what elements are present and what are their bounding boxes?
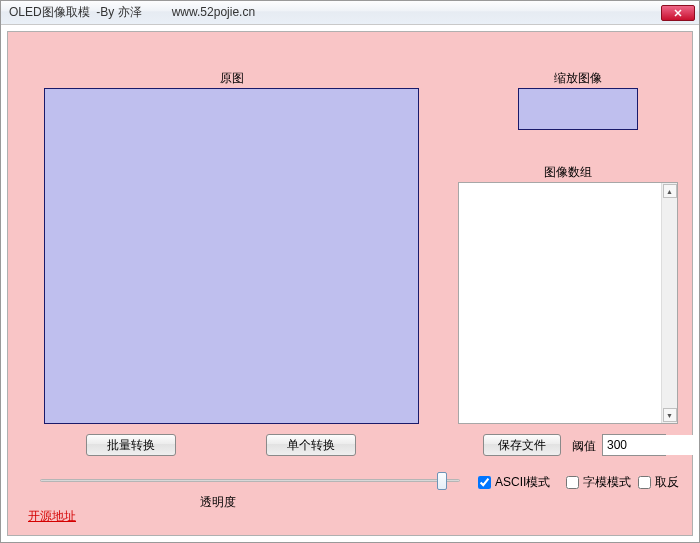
- scaled-label: 缩放图像: [518, 70, 638, 87]
- invert-input[interactable]: [638, 476, 651, 489]
- threshold-spinner[interactable]: ▲ ▼: [602, 434, 666, 456]
- array-label: 图像数组: [458, 164, 678, 181]
- array-output-box: ▲ ▼: [458, 182, 678, 424]
- scaled-image-canvas: [518, 88, 638, 130]
- scroll-up-icon[interactable]: ▲: [663, 184, 677, 198]
- titlebar: OLED图像取模 -By 亦泽 www.52pojie.cn: [1, 1, 699, 25]
- invert-checkbox[interactable]: 取反: [638, 474, 679, 491]
- invert-label: 取反: [655, 474, 679, 491]
- ascii-mode-label: ASCII模式: [495, 474, 550, 491]
- open-source-link[interactable]: 开源地址: [28, 508, 76, 525]
- client-area: 原图 缩放图像 图像数组 ▲ ▼ 批量转换 单个转换 保存文件 阈值 ▲ ▼: [1, 25, 699, 542]
- window-title: OLED图像取模 -By 亦泽 www.52pojie.cn: [9, 4, 661, 21]
- scroll-down-icon[interactable]: ▼: [663, 408, 677, 422]
- opacity-slider[interactable]: [40, 470, 460, 492]
- font-mode-label: 字模模式: [583, 474, 631, 491]
- threshold-label: 阈值: [572, 438, 596, 455]
- ascii-mode-checkbox[interactable]: ASCII模式: [478, 474, 550, 491]
- main-panel: 原图 缩放图像 图像数组 ▲ ▼ 批量转换 单个转换 保存文件 阈值 ▲ ▼: [7, 31, 693, 536]
- original-image-canvas[interactable]: [44, 88, 419, 424]
- original-label: 原图: [44, 70, 419, 87]
- font-mode-checkbox[interactable]: 字模模式: [566, 474, 631, 491]
- threshold-input[interactable]: [603, 435, 700, 455]
- slider-thumb[interactable]: [437, 472, 447, 490]
- save-file-button[interactable]: 保存文件: [483, 434, 561, 456]
- opacity-label: 透明度: [200, 494, 236, 511]
- font-mode-input[interactable]: [566, 476, 579, 489]
- slider-track[interactable]: [40, 479, 460, 482]
- close-button[interactable]: [661, 5, 695, 21]
- batch-convert-button[interactable]: 批量转换: [86, 434, 176, 456]
- ascii-mode-input[interactable]: [478, 476, 491, 489]
- array-output-textarea[interactable]: [459, 183, 661, 423]
- scrollbar[interactable]: ▲ ▼: [661, 183, 677, 423]
- single-convert-button[interactable]: 单个转换: [266, 434, 356, 456]
